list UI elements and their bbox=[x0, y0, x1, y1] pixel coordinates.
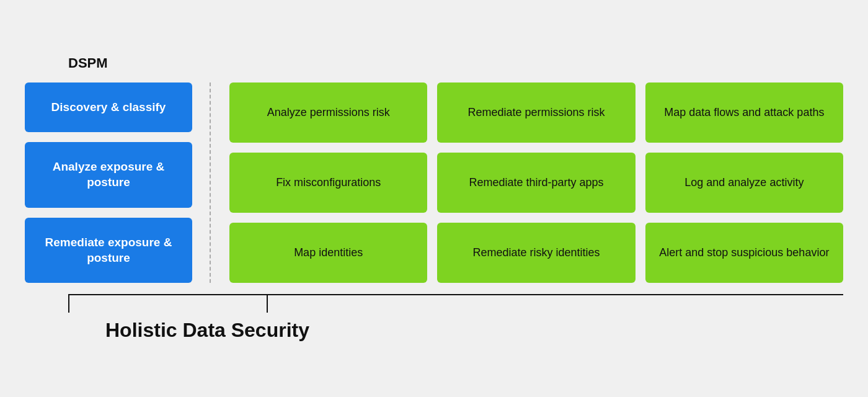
green-box-remediate-permissions: Remediate permissions risk bbox=[437, 83, 635, 143]
left-column: Discovery & classifyAnalyze exposure & p… bbox=[25, 83, 211, 283]
green-box-remediate-third-party: Remediate third-party apps bbox=[437, 153, 635, 213]
green-box-alert-stop: Alert and stop suspicious behavior bbox=[645, 223, 843, 283]
holistic-label: Holistic Data Security bbox=[105, 319, 843, 342]
green-box-fix-misconfig: Fix misconfigurations bbox=[229, 153, 427, 213]
main-container: DSPM Discovery & classifyAnalyze exposur… bbox=[25, 55, 843, 342]
green-box-map-data-flows: Map data flows and attack paths bbox=[645, 83, 843, 143]
dspm-label: DSPM bbox=[68, 55, 843, 71]
green-box-remediate-risky: Remediate risky identities bbox=[437, 223, 635, 283]
bracket-mid-vertical bbox=[267, 294, 268, 313]
bracket-horizontal-line bbox=[68, 294, 843, 295]
main-layout: Discovery & classifyAnalyze exposure & p… bbox=[25, 83, 843, 283]
green-box-map-identities: Map identities bbox=[229, 223, 427, 283]
blue-box-discovery: Discovery & classify bbox=[25, 83, 192, 133]
right-grid: Analyze permissions riskRemediate permis… bbox=[211, 83, 843, 283]
blue-box-remediate-exposure: Remediate exposure & posture bbox=[25, 218, 192, 283]
blue-box-analyze-exposure: Analyze exposure & posture bbox=[25, 142, 192, 207]
bottom-bracket: Holistic Data Security bbox=[25, 294, 843, 342]
green-box-analyze-permissions: Analyze permissions risk bbox=[229, 83, 427, 143]
bracket-line bbox=[25, 294, 843, 313]
bracket-left-vertical bbox=[68, 294, 69, 313]
green-box-log-analyze: Log and analyze activity bbox=[645, 153, 843, 213]
